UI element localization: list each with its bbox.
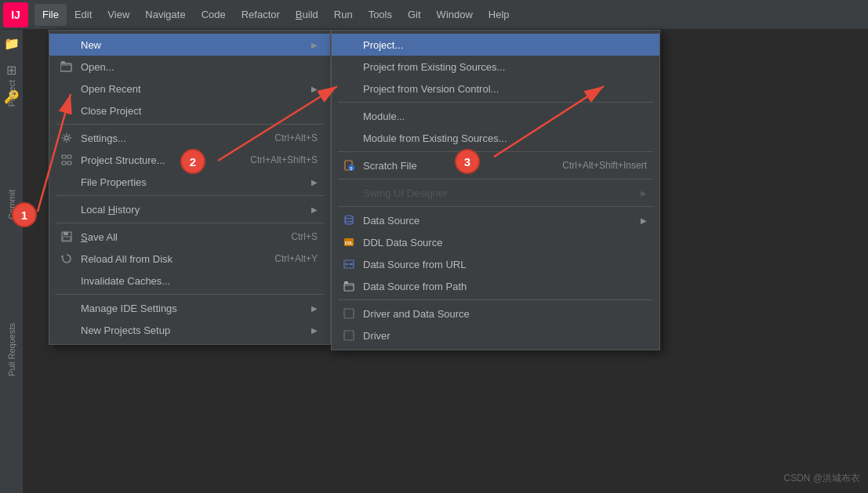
menu-item-invalidate[interactable]: Invalidate Caches... [49, 270, 330, 292]
menu-item-close-project[interactable]: Close Project [49, 100, 330, 121]
menu-edit[interactable]: Edit [67, 4, 100, 26]
swing-ui-arrow: ▶ [641, 189, 647, 198]
svg-point-17 [346, 263, 348, 266]
driver-data-source-label: Driver and Data Source [363, 308, 647, 320]
submenu-item-module-existing[interactable]: Module from Existing Sources... [332, 127, 659, 149]
menu-item-new-projects-setup[interactable]: New Projects Setup ▶ [49, 319, 330, 341]
sep4 [56, 294, 324, 295]
open-recent-label: Open Recent [81, 83, 305, 95]
svg-rect-20 [344, 281, 348, 284]
menu-item-open-recent[interactable]: Open Recent ▶ [49, 78, 330, 100]
annotation-2: 2 [180, 149, 205, 174]
menu-item-file-properties[interactable]: File Properties ▶ [49, 171, 330, 193]
annotation-1: 1 [12, 202, 37, 227]
menu-item-settings[interactable]: Settings... Ctrl+Alt+S [49, 127, 330, 149]
settings-shortcut: Ctrl+Alt+S [274, 132, 318, 143]
submenu-item-ddl-data-source[interactable]: DDL DDL Data Source [332, 231, 659, 253]
module-label: Module... [363, 111, 647, 122]
menu-code[interactable]: Code [194, 4, 234, 26]
project-existing-label: Project from Existing Sources... [363, 61, 647, 73]
data-source-arrow: ▶ [641, 216, 647, 225]
invalidate-label: Invalidate Caches... [81, 275, 318, 287]
menu-tools[interactable]: Tools [361, 4, 400, 26]
sidebar-labels: Project Commit Pull Requests [0, 30, 24, 493]
close-project-label: Close Project [81, 105, 318, 117]
driver-icon [341, 330, 357, 341]
menu-window[interactable]: Window [429, 4, 481, 26]
settings-icon [59, 132, 74, 143]
local-history-label: Local History [81, 204, 305, 216]
svg-rect-5 [62, 161, 66, 165]
watermark: CSDN @洪城布衣 [783, 472, 860, 485]
svg-rect-4 [67, 155, 71, 158]
svg-rect-19 [344, 284, 354, 291]
sep3 [56, 223, 324, 223]
new-projects-setup-label: New Projects Setup [81, 324, 305, 336]
menu-item-new[interactable]: New ▶ [49, 34, 330, 56]
submenu-item-data-source-url[interactable]: Data Source from URL [332, 253, 659, 275]
menu-item-local-history[interactable]: Local History ▶ [49, 198, 330, 220]
submenu-item-data-source-path[interactable]: Data Source from Path [332, 275, 659, 297]
open-recent-arrow: ▶ [311, 85, 318, 93]
submenu-sep5 [338, 299, 653, 300]
annotation-3: 3 [455, 149, 480, 174]
project-structure-shortcut: Ctrl+Alt+Shift+S [250, 154, 318, 165]
svg-rect-21 [344, 309, 354, 318]
data-source-path-label: Data Source from Path [363, 281, 647, 292]
local-history-arrow: ▶ [311, 205, 318, 214]
module-existing-label: Module from Existing Sources... [363, 132, 647, 144]
save-all-icon [59, 231, 74, 242]
data-source-path-icon [341, 281, 357, 292]
menu-git[interactable]: Git [400, 4, 429, 26]
new-label: New [81, 39, 305, 51]
svg-text:DDL: DDL [345, 241, 353, 245]
svg-rect-6 [67, 161, 71, 165]
reload-label: Reload All from Disk [81, 253, 259, 265]
submenu-item-driver-data-source[interactable]: Driver and Data Source [332, 303, 659, 324]
menu-item-manage-ide[interactable]: Manage IDE Settings ▶ [49, 297, 330, 319]
data-source-icon [341, 215, 357, 226]
submenu-item-project-existing[interactable]: Project from Existing Sources... [332, 56, 659, 78]
sidebar-label-project[interactable]: Project [0, 77, 24, 110]
file-properties-label: File Properties [81, 176, 305, 188]
submenu-item-data-source[interactable]: Data Source ▶ [332, 209, 659, 231]
new-arrow: ▶ [311, 41, 318, 49]
reload-icon [59, 253, 74, 264]
submenu-item-module[interactable]: Module... [332, 105, 659, 127]
data-source-url-label: Data Source from URL [363, 259, 647, 270]
data-source-url-icon [341, 259, 357, 270]
driver-data-source-icon [341, 308, 357, 319]
menu-help[interactable]: Help [481, 4, 518, 26]
sidebar-label-pull[interactable]: Pull Requests [0, 320, 24, 379]
menubar: IJ File Edit View Navigate Code Refactor… [0, 0, 868, 30]
manage-ide-label: Manage IDE Settings [81, 303, 305, 314]
project-structure-label: Project Structure... [81, 154, 234, 166]
submenu-item-driver[interactable]: Driver [332, 324, 659, 346]
reload-shortcut: Ctrl+Alt+Y [274, 253, 318, 264]
submenu-item-project[interactable]: Project... [332, 34, 659, 56]
file-menu: New ▶ Open... Open Recent ▶ Close Projec… [49, 30, 331, 345]
submenu-item-swing-ui: Swing UI Designer ▶ [332, 182, 659, 204]
open-label: Open... [81, 61, 318, 73]
save-all-shortcut: Ctrl+S [291, 231, 318, 242]
ddl-data-source-icon: DDL [341, 237, 357, 248]
open-icon [59, 61, 74, 72]
menu-navigate[interactable]: Navigate [137, 4, 193, 26]
driver-label: Driver [363, 330, 647, 342]
submenu-item-project-vcs[interactable]: Project from Version Control... [332, 78, 659, 100]
submenu-item-scratch-file[interactable]: S Scratch File Ctrl+Alt+Shift+Insert [332, 154, 659, 176]
project-label: Project... [363, 39, 647, 51]
menu-item-reload[interactable]: Reload All from Disk Ctrl+Alt+Y [49, 248, 330, 270]
data-source-label: Data Source [363, 215, 634, 227]
manage-ide-arrow: ▶ [311, 304, 318, 313]
save-all-label: Save All [81, 231, 275, 243]
menu-file[interactable]: File [35, 4, 67, 26]
menu-item-save-all[interactable]: Save All Ctrl+S [49, 226, 330, 248]
menu-view[interactable]: View [100, 4, 137, 26]
menu-build[interactable]: Build [288, 4, 326, 26]
submenu-sep4 [338, 206, 653, 207]
menu-item-open[interactable]: Open... [49, 56, 330, 78]
svg-rect-3 [62, 155, 66, 158]
menu-refactor[interactable]: Refactor [234, 4, 288, 26]
menu-run[interactable]: Run [326, 4, 361, 26]
